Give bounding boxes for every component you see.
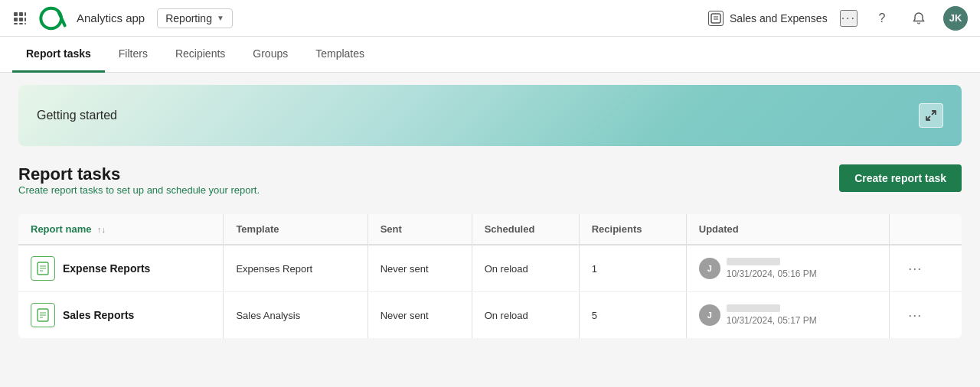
- svg-rect-7: [19, 23, 23, 24]
- app-title: Sales and Expenses: [730, 12, 828, 24]
- updated-avatar-2: J: [699, 304, 720, 326]
- top-navigation: Analytics app Reporting ▼ Sales and Expe…: [0, 0, 980, 37]
- cell-recipients-1: 1: [579, 245, 686, 292]
- svg-rect-3: [14, 18, 18, 21]
- updated-avatar-1: J: [699, 258, 720, 279]
- section-title: Report tasks: [18, 164, 260, 184]
- qlik-logo: [37, 6, 67, 31]
- cell-actions-2[interactable]: ···: [890, 292, 962, 339]
- cell-scheduled-2: On reload: [472, 292, 579, 339]
- report-icon-2: [31, 303, 55, 327]
- tab-bar: Report tasks Filters Recipients Groups T…: [0, 37, 980, 73]
- grid-menu-icon[interactable]: [12, 11, 28, 26]
- cell-actions-1[interactable]: ···: [890, 245, 962, 292]
- svg-rect-5: [24, 18, 26, 21]
- report-name-1: Expense Reports: [63, 262, 150, 275]
- updated-datetime-2: 10/31/2024, 05:17 PM: [727, 315, 817, 326]
- app-icon-area[interactable]: Sales and Expenses: [708, 11, 828, 26]
- cell-sent-2: Never sent: [368, 292, 472, 339]
- getting-started-banner: Getting started: [18, 85, 962, 146]
- svg-rect-11: [711, 14, 720, 23]
- chevron-down-icon: ▼: [217, 14, 224, 22]
- svg-rect-8: [24, 23, 26, 24]
- report-name-2: Sales Reports: [63, 309, 134, 321]
- updated-name-blur-2: [727, 304, 780, 312]
- updated-datetime-1: 10/31/2024, 05:16 PM: [727, 268, 817, 279]
- app-name: Analytics app: [77, 11, 145, 24]
- app-sheet-icon: [708, 11, 724, 26]
- expand-banner-button[interactable]: [919, 103, 943, 128]
- section-subtitle: Create report tasks to set up and schedu…: [18, 184, 260, 196]
- col-header-updated[interactable]: Updated: [686, 214, 889, 245]
- cell-template-1: Expenses Report: [224, 245, 368, 292]
- cell-template-2: Sales Analysis: [224, 292, 368, 339]
- svg-rect-4: [19, 18, 23, 21]
- cell-report-name-2: Sales Reports: [18, 292, 224, 339]
- section-header: Report tasks Create report tasks to set …: [18, 164, 962, 211]
- reporting-label: Reporting: [165, 12, 212, 24]
- table-row: Sales Reports Sales Analysis Never sent …: [18, 292, 962, 339]
- col-header-actions: [890, 214, 962, 245]
- svg-rect-1: [19, 12, 23, 16]
- report-tasks-table: Report name ↑↓ Template Sent Scheduled R…: [18, 214, 962, 338]
- col-header-recipients[interactable]: Recipients: [579, 214, 686, 245]
- user-avatar[interactable]: JK: [943, 6, 968, 31]
- row-more-button-2[interactable]: ···: [902, 304, 928, 327]
- cell-report-name-1: Expense Reports: [18, 245, 224, 292]
- svg-rect-6: [14, 23, 18, 24]
- tab-templates[interactable]: Templates: [302, 37, 378, 73]
- col-header-sent[interactable]: Sent: [368, 214, 472, 245]
- main-content: Getting started Report tasks Create repo…: [0, 73, 980, 350]
- table-header-row: Report name ↑↓ Template Sent Scheduled R…: [18, 214, 962, 245]
- more-options-button[interactable]: ···: [840, 10, 858, 27]
- svg-rect-2: [24, 12, 26, 16]
- tab-groups[interactable]: Groups: [239, 37, 302, 73]
- cell-scheduled-1: On reload: [472, 245, 579, 292]
- sort-icon: ↑↓: [97, 225, 106, 234]
- report-icon-1: [31, 256, 55, 281]
- cell-recipients-2: 5: [579, 292, 686, 339]
- create-report-task-button[interactable]: Create report task: [839, 164, 962, 192]
- cell-sent-1: Never sent: [368, 245, 472, 292]
- reporting-dropdown[interactable]: Reporting ▼: [157, 8, 233, 28]
- nav-right: Sales and Expenses ··· ? JK: [708, 6, 968, 31]
- cell-updated-1: J 10/31/2024, 05:16 PM: [686, 245, 889, 292]
- help-button[interactable]: ?: [870, 6, 894, 31]
- svg-rect-0: [14, 12, 18, 16]
- tab-filters[interactable]: Filters: [105, 37, 162, 73]
- col-header-template[interactable]: Template: [224, 214, 368, 245]
- cell-updated-2: J 10/31/2024, 05:17 PM: [686, 292, 889, 339]
- table-row: Expense Reports Expenses Report Never se…: [18, 245, 962, 292]
- updated-name-blur-1: [727, 258, 780, 265]
- notifications-button[interactable]: [906, 6, 931, 31]
- tab-report-tasks[interactable]: Report tasks: [12, 37, 105, 73]
- getting-started-title: Getting started: [37, 109, 117, 122]
- tab-recipients[interactable]: Recipients: [162, 37, 239, 73]
- row-more-button-1[interactable]: ···: [902, 258, 928, 280]
- col-header-report-name[interactable]: Report name ↑↓: [18, 214, 224, 245]
- col-header-scheduled[interactable]: Scheduled: [472, 214, 579, 245]
